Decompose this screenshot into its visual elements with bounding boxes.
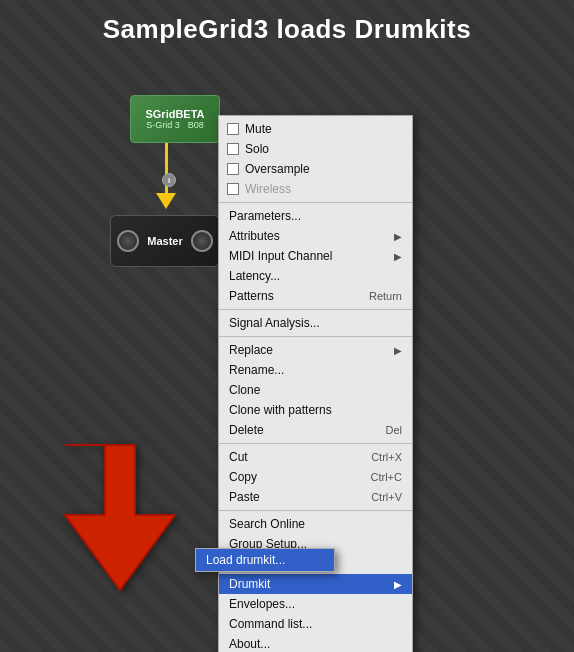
menu-item-latency[interactable]: Latency... xyxy=(219,266,412,286)
attributes-arrow-icon: ▶ xyxy=(394,231,402,242)
master-device[interactable]: Master xyxy=(110,215,220,267)
menu-item-copy[interactable]: Copy Ctrl+C xyxy=(219,467,412,487)
pointer-arrow xyxy=(55,435,185,599)
menu-section-replace: Replace ▶ Rename... Clone Clone with pat… xyxy=(219,337,412,444)
menu-item-delete[interactable]: Delete Del xyxy=(219,420,412,440)
menu-section-clipboard: Cut Ctrl+X Copy Ctrl+C Paste Ctrl+V xyxy=(219,444,412,511)
midi-arrow-icon: ▶ xyxy=(394,251,402,262)
menu-item-clone-patterns[interactable]: Clone with patterns xyxy=(219,400,412,420)
menu-item-replace[interactable]: Replace ▶ xyxy=(219,340,412,360)
device-sub: S-Grid 3 B08 xyxy=(146,120,204,130)
menu-item-attributes[interactable]: Attributes ▶ xyxy=(219,226,412,246)
paste-shortcut: Ctrl+V xyxy=(371,491,402,503)
menu-item-drumkit[interactable]: Drumkit ▶ xyxy=(219,574,412,594)
speaker-left-icon xyxy=(117,230,139,252)
menu-item-solo[interactable]: Solo xyxy=(219,139,412,159)
menu-item-clone[interactable]: Clone xyxy=(219,380,412,400)
replace-arrow-icon: ▶ xyxy=(394,345,402,356)
speaker-right-icon xyxy=(191,230,213,252)
menu-item-envelopes[interactable]: Envelopes... xyxy=(219,594,412,614)
menu-item-wireless: Wireless xyxy=(219,179,412,199)
menu-item-about[interactable]: About... xyxy=(219,634,412,652)
menu-item-search-online[interactable]: Search Online xyxy=(219,514,412,534)
menu-item-midi-input[interactable]: MIDI Input Channel ▶ xyxy=(219,246,412,266)
copy-shortcut: Ctrl+C xyxy=(371,471,402,483)
oversample-checkbox[interactable] xyxy=(227,163,239,175)
cable-arrow xyxy=(156,193,176,209)
menu-section-signal: Signal Analysis... xyxy=(219,310,412,337)
menu-item-paste[interactable]: Paste Ctrl+V xyxy=(219,487,412,507)
info-icon: i xyxy=(162,173,176,187)
drumkit-submenu: Load drumkit... xyxy=(195,548,335,572)
wireless-checkbox xyxy=(227,183,239,195)
svg-marker-0 xyxy=(65,445,175,590)
page-title: SampleGrid3 loads Drumkits xyxy=(0,0,574,55)
menu-item-command-list[interactable]: Command list... xyxy=(219,614,412,634)
menu-section-misc: Search Online Group Setup... Group Matri… xyxy=(219,511,412,652)
menu-item-mute[interactable]: Mute xyxy=(219,119,412,139)
submenu-item-load-drumkit[interactable]: Load drumkit... xyxy=(196,549,334,571)
menu-section-checkboxes: Mute Solo Oversample Wireless xyxy=(219,116,412,203)
patterns-shortcut: Return xyxy=(369,290,402,302)
solo-checkbox[interactable] xyxy=(227,143,239,155)
menu-item-rename[interactable]: Rename... xyxy=(219,360,412,380)
canvas-area: SGridBETA S-Grid 3 B08 i Master Mute So xyxy=(0,55,574,635)
menu-item-cut[interactable]: Cut Ctrl+X xyxy=(219,447,412,467)
cut-shortcut: Ctrl+X xyxy=(371,451,402,463)
delete-shortcut: Del xyxy=(385,424,402,436)
menu-item-patterns[interactable]: Patterns Return xyxy=(219,286,412,306)
mute-checkbox[interactable] xyxy=(227,123,239,135)
menu-item-oversample[interactable]: Oversample xyxy=(219,159,412,179)
menu-item-parameters[interactable]: Parameters... xyxy=(219,206,412,226)
sgrid-device[interactable]: SGridBETA S-Grid 3 B08 xyxy=(130,95,220,143)
menu-section-params: Parameters... Attributes ▶ MIDI Input Ch… xyxy=(219,203,412,310)
device-name: SGridBETA xyxy=(145,108,204,120)
master-label: Master xyxy=(147,235,182,247)
menu-item-signal-analysis[interactable]: Signal Analysis... xyxy=(219,313,412,333)
drumkit-arrow-icon: ▶ xyxy=(394,579,402,590)
